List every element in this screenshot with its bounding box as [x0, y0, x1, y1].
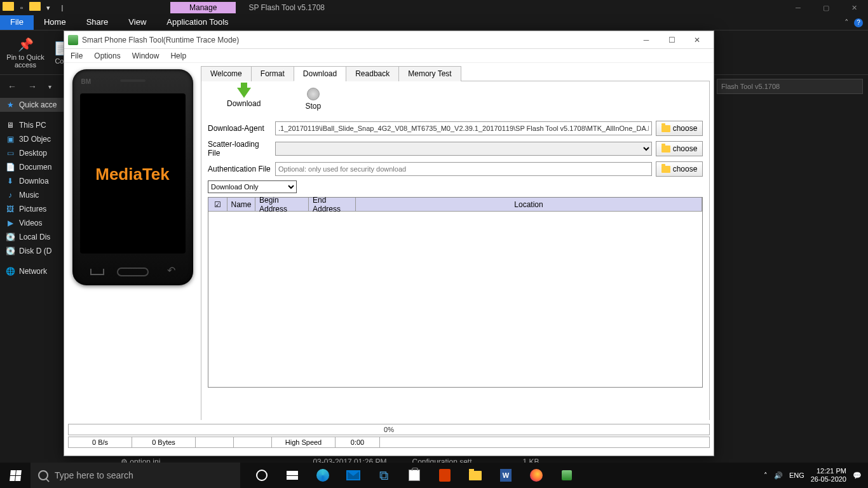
- maximize-button[interactable]: ☐: [659, 32, 684, 48]
- taskbar-clock[interactable]: 12:21 PM 26-05-2020: [811, 467, 846, 484]
- taskbar-mail[interactable]: [338, 463, 369, 488]
- language-indicator[interactable]: ENG: [789, 471, 804, 479]
- taskbar-app[interactable]: ⧉: [369, 463, 399, 488]
- nav-history-icon[interactable]: ▾: [46, 83, 54, 90]
- nav-network[interactable]: 🌐Network: [0, 264, 64, 278]
- pin-quick-access-button[interactable]: 📌 Pin to Quick access: [6, 37, 44, 69]
- menu-window[interactable]: Window: [132, 51, 159, 60]
- phone-preview-pane: BM MediaTek ↶: [64, 63, 201, 420]
- mediatek-logo: MediaTek: [72, 165, 193, 184]
- nav-pictures[interactable]: 🖼Pictures: [0, 202, 64, 216]
- grid-header-location[interactable]: Location: [356, 198, 702, 211]
- word-icon: W: [500, 469, 512, 482]
- office-icon: [439, 469, 451, 482]
- nav-downloads[interactable]: ⬇Downloa: [0, 174, 64, 188]
- action-center-icon[interactable]: 💬: [853, 471, 862, 480]
- nav-label: Local Dis: [19, 233, 50, 241]
- nav-label: Videos: [19, 219, 42, 227]
- scatter-file-select[interactable]: [275, 142, 652, 156]
- status-speed: High Speed: [272, 437, 336, 447]
- close-button[interactable]: ✕: [840, 0, 868, 15]
- close-button[interactable]: ✕: [684, 32, 710, 48]
- menu-help[interactable]: Help: [170, 51, 186, 60]
- music-icon: ♪: [5, 191, 15, 200]
- tab-format[interactable]: Format: [251, 66, 294, 81]
- nav-desktop[interactable]: ▭Desktop: [0, 146, 64, 160]
- explorer-search-input[interactable]: Flash Tool v5.1708: [717, 79, 863, 94]
- phone-mockup: BM MediaTek ↶: [72, 69, 193, 285]
- ribbon-label: Pin to Quick access: [6, 53, 44, 69]
- taskbar-word[interactable]: W: [491, 463, 521, 488]
- taskbar-search-input[interactable]: Type here to search: [31, 463, 240, 488]
- nav-disk-d[interactable]: 💽Disk D (D: [0, 244, 64, 258]
- nav-music[interactable]: ♪Music: [0, 188, 64, 202]
- choose-da-button[interactable]: choose: [656, 121, 703, 136]
- ribbon-tab-view[interactable]: View: [118, 15, 156, 30]
- volume-icon[interactable]: 🔊: [774, 471, 783, 480]
- grid-header-checkbox[interactable]: ☑: [208, 198, 227, 211]
- mail-icon: [346, 470, 360, 480]
- network-icon: 🌐: [5, 267, 15, 276]
- choose-auth-button[interactable]: choose: [656, 161, 703, 177]
- nav-quick-access[interactable]: ★Quick acce: [0, 98, 64, 112]
- nav-videos[interactable]: ▶Videos: [0, 216, 64, 230]
- menu-options[interactable]: Options: [94, 51, 120, 60]
- tab-readback[interactable]: Readback: [346, 66, 399, 81]
- grid-header-begin[interactable]: Begin Address: [255, 198, 309, 211]
- tab-download[interactable]: Download: [294, 66, 346, 81]
- ribbon-tab-file[interactable]: File: [0, 15, 34, 30]
- ribbon-collapse-icon[interactable]: ˄: [844, 18, 849, 27]
- taskbar-office[interactable]: [430, 463, 460, 488]
- qat-icon[interactable]: ▫: [15, 2, 28, 13]
- taskbar-firefox[interactable]: [521, 463, 552, 488]
- taskbar-spft[interactable]: [552, 463, 582, 488]
- cortana-button[interactable]: [247, 463, 277, 488]
- search-icon: [38, 470, 48, 480]
- documents-icon: 📄: [5, 163, 15, 172]
- nav-this-pc[interactable]: 🖥This PC: [0, 118, 64, 132]
- nav-documents[interactable]: 📄Documen: [0, 160, 64, 174]
- status-time: 0:00: [336, 437, 380, 447]
- sp-flash-tool-window: Smart Phone Flash Tool(Runtime Trace Mod…: [64, 30, 714, 456]
- taskbar-explorer[interactable]: [460, 463, 491, 488]
- clock-date: 26-05-2020: [811, 475, 846, 484]
- auth-file-input[interactable]: [275, 162, 652, 176]
- ribbon-tab-home[interactable]: Home: [34, 15, 76, 30]
- button-label: choose: [673, 165, 698, 173]
- spft-titlebar[interactable]: Smart Phone Flash Tool(Runtime Trace Mod…: [64, 31, 714, 49]
- minimize-button[interactable]: ─: [634, 32, 659, 48]
- tab-memory-test[interactable]: Memory Test: [398, 66, 461, 81]
- task-view-button[interactable]: [277, 463, 308, 488]
- taskbar-edge[interactable]: [308, 463, 338, 488]
- nav-label: 3D Objec: [19, 135, 51, 144]
- ribbon-tab-share[interactable]: Share: [76, 15, 119, 30]
- nav-local-disk[interactable]: 💽Local Dis: [0, 230, 64, 244]
- stop-action-button[interactable]: Stop: [305, 88, 321, 111]
- grid-header-name[interactable]: Name: [227, 198, 255, 211]
- download-mode-select[interactable]: Download Only: [208, 180, 297, 193]
- tray-overflow-icon[interactable]: ˄: [764, 471, 768, 480]
- status-bytes: 0 Bytes: [132, 437, 196, 447]
- qat-dropdown-icon[interactable]: ▾: [42, 2, 55, 13]
- help-icon[interactable]: ?: [854, 18, 863, 27]
- folder-icon: [661, 166, 670, 173]
- minimize-button[interactable]: ─: [784, 0, 812, 15]
- taskbar-store[interactable]: [399, 463, 430, 488]
- ribbon-tab-apptools[interactable]: Application Tools: [156, 15, 238, 30]
- grid-header-end[interactable]: End Address: [309, 198, 356, 211]
- start-button[interactable]: [0, 463, 31, 488]
- desktop-icon: ▭: [5, 149, 15, 158]
- choose-scatter-button[interactable]: choose: [656, 141, 703, 156]
- manage-contextual-tab[interactable]: Manage: [170, 2, 236, 13]
- maximize-button[interactable]: ▢: [812, 0, 840, 15]
- download-action-button[interactable]: Download: [227, 88, 261, 111]
- tab-welcome[interactable]: Welcome: [201, 66, 252, 81]
- spft-window-title: Smart Phone Flash Tool(Runtime Trace Mod…: [82, 36, 239, 44]
- download-agent-input[interactable]: [275, 121, 652, 135]
- spft-tabs: Welcome Format Download Readback Memory …: [201, 65, 710, 81]
- nav-back-icon[interactable]: ←: [5, 81, 19, 92]
- nav-forward-icon[interactable]: →: [25, 81, 39, 92]
- app-icon: [68, 35, 78, 45]
- menu-file[interactable]: File: [71, 51, 83, 60]
- nav-3d-objects[interactable]: ▣3D Objec: [0, 132, 64, 146]
